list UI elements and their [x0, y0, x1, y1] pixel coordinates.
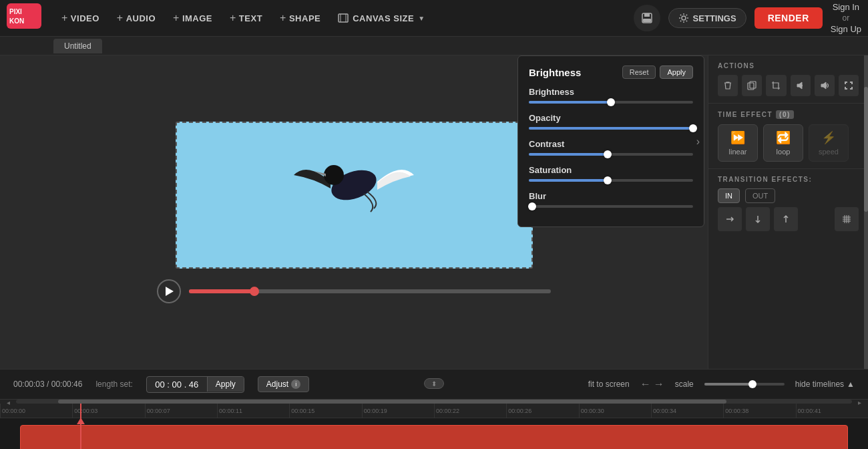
- action-icons-row: [718, 75, 859, 96]
- hide-timelines-btn[interactable]: hide timelines ▲: [795, 380, 855, 389]
- progress-bar[interactable]: [189, 289, 551, 293]
- time-input[interactable]: [147, 377, 207, 392]
- fade-up-icon: [781, 214, 791, 224]
- svg-rect-6: [643, 19, 651, 22]
- right-panel: ACTIONS: [708, 55, 868, 369]
- progress-thumb[interactable]: [250, 287, 259, 296]
- untitled-tab[interactable]: Untitled: [53, 39, 102, 53]
- opacity-slider-thumb[interactable]: [689, 124, 697, 132]
- scale-slider[interactable]: [704, 383, 785, 386]
- settings-button[interactable]: SETTINGS: [668, 8, 746, 28]
- saturation-slider-track[interactable]: [529, 179, 693, 182]
- info-icon: i: [291, 380, 300, 389]
- panel-scroll-thumb[interactable]: [864, 87, 868, 212]
- brightness-apply-btn[interactable]: Apply: [660, 65, 693, 79]
- brightness-slider-thumb[interactable]: [607, 98, 615, 106]
- duplicate-action-btn[interactable]: [742, 75, 762, 96]
- save-icon: [640, 11, 654, 25]
- crop-action-btn[interactable]: [766, 75, 786, 96]
- contrast-slider-fill: [529, 153, 608, 156]
- trans-fade-right-btn[interactable]: [718, 207, 742, 231]
- canvas-size-chevron-icon: ▼: [418, 15, 425, 22]
- play-button[interactable]: [157, 279, 181, 303]
- canvas-size-btn[interactable]: CANVAS SIZE ▼: [331, 9, 431, 27]
- svg-text:PIXI: PIXI: [9, 8, 22, 15]
- volume-up-btn[interactable]: [815, 75, 835, 96]
- loop-label: loop: [777, 148, 791, 156]
- opacity-slider-label: Opacity: [529, 113, 693, 123]
- image-tool-btn[interactable]: + IMAGE: [166, 8, 219, 28]
- shape-tool-btn[interactable]: + SHAPE: [273, 8, 327, 28]
- panel-scrollbar[interactable]: [864, 55, 868, 369]
- opacity-slider-row: Opacity: [529, 113, 693, 130]
- trans-grid-btn[interactable]: [835, 207, 859, 231]
- chevron-up-icon: ▲: [847, 380, 855, 389]
- arrow-controls: ← →: [640, 378, 664, 390]
- fullscreen-icon: [844, 81, 853, 90]
- delete-action-btn[interactable]: [718, 75, 738, 96]
- saturation-slider-label: Saturation: [529, 165, 693, 175]
- contrast-slider-thumb[interactable]: [604, 150, 612, 158]
- canvas-size-label: CANVAS SIZE: [353, 13, 414, 23]
- text-label: TEXT: [239, 13, 262, 23]
- transition-section: TRANSITION EFFECTS: IN OUT: [708, 168, 868, 238]
- bird-video-content: [287, 135, 421, 235]
- linear-effect-option[interactable]: ⏩ linear: [718, 124, 758, 162]
- video-label: VIDEO: [71, 13, 99, 23]
- transition-icons: [718, 207, 859, 231]
- arrow-left-icon[interactable]: ←: [640, 378, 651, 390]
- linear-label: linear: [729, 148, 747, 156]
- blur-slider-track[interactable]: [529, 205, 693, 208]
- render-label: RENDER: [768, 13, 809, 23]
- ruler-mark-7: 00:00:26: [506, 404, 578, 418]
- bp-title: Brightness: [529, 67, 581, 78]
- opacity-slider-track[interactable]: [529, 127, 693, 130]
- panel-right-arrow[interactable]: ›: [696, 136, 700, 148]
- apply-time-btn[interactable]: Apply: [207, 377, 244, 392]
- copy-icon: [747, 81, 756, 90]
- save-button[interactable]: [634, 5, 660, 31]
- playhead[interactable]: [80, 404, 81, 449]
- sign-up-link[interactable]: Sign Up: [831, 24, 861, 34]
- video-tool-btn[interactable]: + VIDEO: [55, 8, 106, 28]
- trans-fade-up-btn[interactable]: [774, 207, 798, 231]
- transition-out-btn[interactable]: OUT: [745, 188, 775, 203]
- trans-fade-down-btn[interactable]: [746, 207, 770, 231]
- svg-text:KON: KON: [9, 17, 24, 25]
- text-tool-btn[interactable]: + TEXT: [223, 8, 269, 28]
- trash-icon: [723, 81, 732, 90]
- adjust-btn[interactable]: Adjust i: [258, 376, 309, 392]
- saturation-slider-fill: [529, 179, 608, 182]
- saturation-slider-row: Saturation: [529, 165, 693, 182]
- saturation-slider-thumb[interactable]: [604, 176, 612, 184]
- contrast-slider-track[interactable]: [529, 153, 693, 156]
- timeline-tracks[interactable]: [0, 418, 868, 449]
- shape-label: SHAPE: [289, 13, 320, 23]
- opacity-slider-fill: [529, 127, 693, 130]
- brightness-reset-btn[interactable]: Reset: [622, 65, 656, 79]
- render-button[interactable]: RENDER: [754, 7, 823, 29]
- video-track[interactable]: [20, 425, 848, 449]
- speed-effect-option[interactable]: ⚡ speed: [809, 124, 849, 162]
- shape-plus-icon: +: [280, 12, 286, 24]
- drag-handle[interactable]: ⬍: [424, 378, 444, 389]
- audio-plus-icon: +: [117, 12, 124, 24]
- fullscreen-btn[interactable]: [839, 75, 859, 96]
- fit-to-screen-btn[interactable]: fit to screen: [588, 380, 630, 389]
- transition-in-btn[interactable]: IN: [718, 188, 740, 203]
- loop-effect-option[interactable]: 🔁 loop: [763, 124, 803, 162]
- blur-slider-thumb[interactable]: [528, 202, 536, 210]
- volume-down-btn[interactable]: [791, 75, 811, 96]
- sign-in-link[interactable]: Sign In: [833, 2, 859, 12]
- svg-rect-3: [339, 14, 348, 22]
- brightness-slider-label: Brightness: [529, 87, 693, 97]
- volume-down-icon: [796, 81, 805, 90]
- scale-slider-thumb[interactable]: [748, 380, 756, 388]
- speed-icon: ⚡: [821, 130, 836, 145]
- arrow-right-icon[interactable]: →: [654, 378, 664, 390]
- audio-tool-btn[interactable]: + AUDIO: [110, 8, 162, 28]
- brightness-slider-track[interactable]: [529, 101, 693, 104]
- volume-up-icon: [820, 81, 829, 90]
- audio-label: AUDIO: [126, 13, 156, 23]
- logo: PIXI KON: [7, 3, 47, 33]
